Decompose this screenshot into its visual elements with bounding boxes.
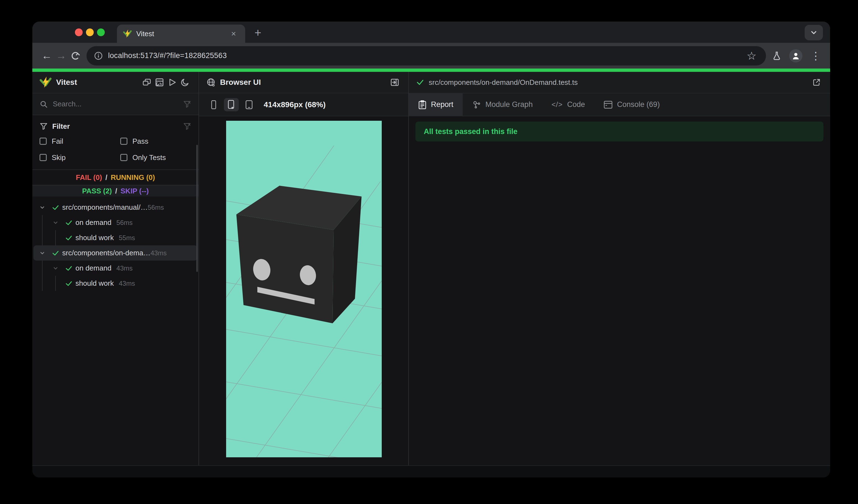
module-graph-icon — [472, 100, 481, 109]
file-row[interactable]: src/components/manual/…56ms — [33, 200, 197, 215]
chevron-down-icon[interactable] — [36, 200, 49, 215]
filter-option-fail[interactable]: Fail — [39, 135, 120, 147]
filter-option-skip[interactable]: Skip — [39, 151, 120, 164]
viewport-container — [199, 116, 408, 477]
suite-row[interactable]: on demand43ms — [33, 261, 197, 276]
sidebar-scrollbar[interactable] — [196, 145, 198, 272]
pass-check-icon — [416, 78, 424, 86]
test-tree: src/components/manual/…56mson demand56ms… — [32, 200, 198, 477]
pass-count: PASS (2) — [82, 187, 112, 195]
dark-mode-moon-icon[interactable] — [178, 76, 191, 89]
search-row — [32, 93, 198, 115]
pass-check-icon — [62, 261, 76, 276]
experiments-flask-icon[interactable] — [770, 49, 783, 62]
tab-label: Code — [567, 100, 585, 109]
checkbox[interactable] — [120, 137, 127, 145]
new-tab-button[interactable]: + — [251, 26, 265, 40]
all-tests-passed-banner: All tests passed in this file — [415, 121, 824, 142]
device-phone-plus-button[interactable] — [224, 98, 239, 111]
file-row[interactable]: src/components/on-dema…43ms — [33, 245, 197, 261]
open-external-icon[interactable] — [810, 76, 823, 89]
site-info-icon[interactable] — [94, 51, 103, 61]
checkbox[interactable] — [120, 154, 127, 161]
tab-module-graph[interactable]: Module Graph — [463, 93, 542, 116]
zoom-window-button[interactable] — [97, 29, 105, 36]
browser-tab[interactable]: Vitest × — [117, 25, 245, 43]
clear-search-filter-icon[interactable] — [183, 100, 191, 108]
dashboard-icon[interactable] — [153, 76, 166, 89]
reload-button[interactable] — [68, 49, 83, 63]
expand-panel-icon[interactable] — [388, 76, 401, 89]
device-phone-small-button[interactable] — [206, 98, 221, 111]
test-label: src/components/on-dema… — [62, 249, 150, 257]
tab-close-icon[interactable]: × — [228, 29, 239, 38]
test-label: should work — [76, 233, 114, 242]
test-duration: 43ms — [119, 280, 135, 287]
report-panel: src/components/on-demand/OnDemand.test.t… — [409, 72, 830, 477]
vitest-logo — [39, 76, 52, 88]
test-viewport[interactable] — [226, 121, 382, 457]
search-input[interactable] — [53, 100, 183, 108]
filter-funnel-icon — [39, 122, 48, 130]
viewport-canvas — [226, 121, 382, 457]
profile-avatar[interactable] — [789, 49, 803, 63]
test-duration: 43ms — [150, 249, 189, 257]
filter-option-only-tests[interactable]: Only Tests — [120, 151, 191, 164]
checkbox[interactable] — [39, 137, 47, 145]
vitest-ui-page: Vitest — [32, 72, 830, 477]
address-bar[interactable]: localhost:5173/#/?file=1828625563 ☆ — [86, 46, 766, 65]
clear-filter-icon[interactable] — [183, 122, 191, 130]
report-tabs: ReportModule Graph</>CodeConsole (69) — [409, 93, 830, 116]
collapse-panels-icon[interactable] — [140, 76, 153, 89]
tab-code[interactable]: </>Code — [542, 93, 594, 116]
chevron-down-icon[interactable] — [36, 245, 49, 261]
stats-line-1: FAIL (0) / RUNNING (0) — [32, 170, 198, 185]
tab-console[interactable]: Console (69) — [594, 93, 669, 116]
tab-title: Vitest — [136, 30, 228, 38]
globe-icon — [206, 78, 216, 87]
sidebar-header: Vitest — [32, 72, 198, 93]
file-header: src/components/on-demand/OnDemand.test.t… — [409, 72, 830, 93]
browser-ui-header: Browser UI — [199, 72, 408, 93]
chevron-down-icon[interactable] — [49, 261, 62, 276]
bookmark-star-icon[interactable]: ☆ — [744, 49, 759, 63]
tab-label: Report — [431, 100, 453, 109]
tab-label: Console (69) — [617, 100, 660, 109]
suite-row[interactable]: on demand56ms — [33, 215, 197, 230]
filter-option-pass[interactable]: Pass — [120, 135, 191, 147]
test-label: should work — [76, 279, 114, 288]
browser-toolbar: ← → localhost:5173/#/?file=1828625563 ☆ … — [32, 43, 830, 68]
forward-button[interactable]: → — [54, 49, 68, 63]
vitest-progress-bar — [32, 68, 830, 72]
back-button[interactable]: ← — [39, 49, 54, 63]
test-label: on demand — [76, 264, 111, 273]
tab-strip: Vitest × + — [32, 21, 830, 43]
browser-ui-title: Browser UI — [220, 78, 388, 87]
test-row[interactable]: should work55ms — [33, 230, 197, 245]
running-count: RUNNING (0) — [111, 173, 155, 182]
test-duration: 43ms — [116, 264, 133, 272]
browser-menu-icon[interactable]: ⋮ — [809, 49, 823, 63]
code-icon: </> — [552, 100, 563, 109]
filter-section: Filter FailPassSkipOnly Tests — [32, 115, 198, 169]
app-title: Vitest — [56, 78, 140, 87]
test-row[interactable]: should work43ms — [33, 276, 197, 291]
close-window-button[interactable] — [75, 29, 83, 36]
sidebar: Vitest — [32, 72, 198, 477]
test-duration: 55ms — [119, 234, 135, 242]
device-toolbar: 414x896px (68%) — [199, 93, 408, 116]
run-all-icon[interactable] — [166, 76, 178, 89]
vitest-favicon — [123, 29, 132, 38]
test-label: src/components/manual/… — [62, 203, 148, 212]
url-text[interactable]: localhost:5173/#/?file=1828625563 — [108, 51, 744, 60]
browser-window: Vitest × + ← → localhost:5173/#/?file=18… — [32, 21, 830, 477]
report-icon — [418, 100, 427, 109]
checkbox[interactable] — [39, 154, 47, 161]
filter-options: FailPassSkipOnly Tests — [39, 135, 191, 164]
minimize-window-button[interactable] — [86, 29, 94, 36]
tab-label: Module Graph — [486, 100, 533, 109]
chevron-down-icon[interactable] — [49, 215, 62, 230]
tab-search-button[interactable] — [805, 25, 823, 40]
tab-report[interactable]: Report — [409, 93, 463, 116]
device-tablet-button[interactable] — [242, 98, 256, 111]
